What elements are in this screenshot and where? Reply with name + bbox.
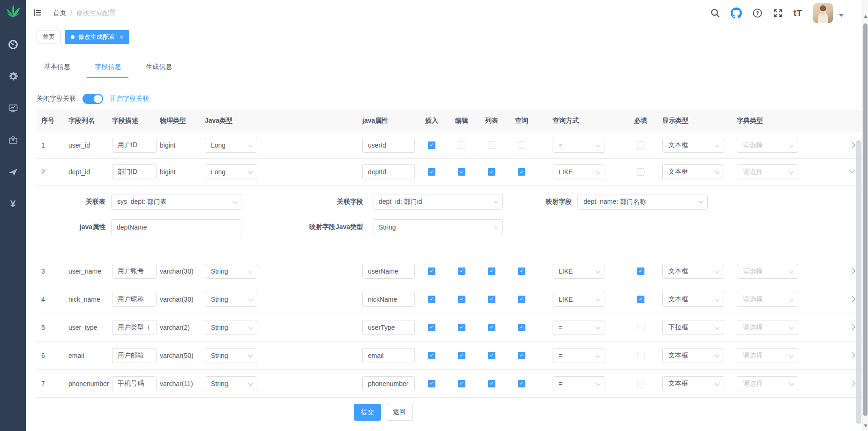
column-desc-input[interactable] xyxy=(112,376,157,391)
html-type-select[interactable]: 文本框 xyxy=(662,292,724,307)
tag-home[interactable]: 首页 xyxy=(37,30,61,44)
cb-query[interactable] xyxy=(518,168,525,176)
html-type-select[interactable]: 文本框 xyxy=(662,376,724,391)
sidebar-item-dashboard[interactable] xyxy=(0,29,26,60)
java-field-input[interactable] xyxy=(362,264,415,279)
row-expand-icon[interactable] xyxy=(849,352,855,358)
breadcrumb-home[interactable]: 首页 xyxy=(53,9,66,17)
query-type-select[interactable]: = xyxy=(553,138,605,153)
content-scrollbar-thumb[interactable] xyxy=(856,140,861,424)
java-type-select[interactable]: String xyxy=(205,264,257,279)
sidebar-collapse-button[interactable] xyxy=(33,8,42,19)
app-logo[interactable] xyxy=(0,0,26,23)
column-desc-input[interactable] xyxy=(112,348,157,363)
cb-list[interactable] xyxy=(488,352,495,359)
java-type-select[interactable]: Long xyxy=(205,138,257,153)
cb-edit[interactable] xyxy=(458,168,465,176)
user-menu-caret-icon[interactable] xyxy=(839,14,844,17)
html-type-select[interactable]: 文本框 xyxy=(662,264,724,279)
html-type-select[interactable]: 文本框 xyxy=(662,138,724,153)
dict-type-select[interactable]: 请选择 xyxy=(737,264,798,279)
sidebar-item-finance[interactable]: ¥ xyxy=(0,188,26,220)
cb-edit[interactable] xyxy=(458,268,465,275)
java-field-input[interactable] xyxy=(362,320,415,335)
mapping-field-select[interactable]: dept_name: 部门名称 xyxy=(577,194,708,210)
java-type-select[interactable]: String xyxy=(205,376,257,391)
cb-list[interactable] xyxy=(488,141,495,149)
relation-table-select[interactable]: sys_dept: 部门表 xyxy=(111,194,241,210)
dict-type-select[interactable]: 请选择 xyxy=(737,376,798,391)
cb-list[interactable] xyxy=(488,324,495,331)
row-expand-icon[interactable] xyxy=(849,380,855,386)
column-desc-input[interactable] xyxy=(112,138,157,153)
cb-required[interactable] xyxy=(637,352,644,359)
github-link[interactable] xyxy=(731,7,742,19)
cb-query[interactable] xyxy=(518,268,525,275)
cb-edit[interactable] xyxy=(458,380,465,387)
user-avatar[interactable] xyxy=(813,3,833,23)
row-expand-icon[interactable] xyxy=(849,268,855,274)
java-type-select[interactable]: Long xyxy=(205,164,257,179)
sidebar-item-settings[interactable] xyxy=(0,60,26,92)
dict-type-select[interactable]: 请选择 xyxy=(737,138,798,153)
cb-required[interactable] xyxy=(637,380,644,387)
column-desc-input[interactable] xyxy=(112,320,157,335)
cb-edit[interactable] xyxy=(458,324,465,331)
dict-type-select[interactable]: 请选择 xyxy=(737,164,798,179)
cb-list[interactable] xyxy=(488,268,495,275)
java-attr-input[interactable] xyxy=(111,219,241,235)
dict-type-select[interactable]: 请选择 xyxy=(737,292,798,307)
tag-current-page[interactable]: 修改生成配置 × xyxy=(65,30,129,44)
column-desc-input[interactable] xyxy=(112,264,157,279)
tab-basic-info[interactable]: 基本信息 xyxy=(37,56,78,78)
cb-insert[interactable] xyxy=(428,268,435,275)
back-button[interactable]: 返回 xyxy=(386,404,413,421)
fullscreen-button[interactable] xyxy=(773,8,783,18)
dict-type-select[interactable]: 请选择 xyxy=(737,348,798,363)
cb-edit[interactable] xyxy=(458,352,465,359)
query-type-select[interactable]: LIKE xyxy=(553,164,605,179)
cb-required[interactable] xyxy=(637,324,644,331)
cb-edit[interactable] xyxy=(458,141,465,149)
html-type-select[interactable]: 文本框 xyxy=(662,348,724,363)
query-type-select[interactable]: = xyxy=(553,348,605,363)
cb-insert[interactable] xyxy=(428,168,435,176)
query-type-select[interactable]: LIKE xyxy=(553,292,605,307)
cb-required[interactable] xyxy=(637,141,644,149)
cb-insert[interactable] xyxy=(428,324,435,331)
column-desc-input[interactable] xyxy=(112,164,157,179)
query-type-select[interactable]: = xyxy=(553,376,605,391)
row-expand-icon[interactable] xyxy=(849,324,855,330)
cb-query[interactable] xyxy=(518,141,525,149)
dict-type-select[interactable]: 请选择 xyxy=(737,320,798,335)
java-type-select[interactable]: String xyxy=(205,320,257,335)
java-field-input[interactable] xyxy=(362,376,415,391)
java-type-select[interactable]: String xyxy=(205,292,257,307)
cb-query[interactable] xyxy=(518,296,525,303)
font-size-button[interactable]: tT xyxy=(793,8,802,18)
cb-query[interactable] xyxy=(518,324,525,331)
cb-insert[interactable] xyxy=(428,380,435,387)
sidebar-item-tools[interactable] xyxy=(0,124,26,156)
sidebar-item-monitor[interactable] xyxy=(0,92,26,124)
cb-list[interactable] xyxy=(488,168,495,176)
java-field-input[interactable] xyxy=(362,138,415,153)
submit-button[interactable]: 提交 xyxy=(354,404,381,421)
cb-required[interactable] xyxy=(637,168,644,176)
relation-enabled-link[interactable]: 开启字段关联 xyxy=(110,95,149,103)
column-desc-input[interactable] xyxy=(112,292,157,307)
java-field-input[interactable] xyxy=(362,164,415,179)
row-expand-icon[interactable] xyxy=(849,296,855,302)
search-button[interactable] xyxy=(710,8,720,18)
cb-list[interactable] xyxy=(488,380,495,387)
html-type-select[interactable]: 下拉框 xyxy=(662,320,724,335)
sidebar-item-official-site[interactable] xyxy=(0,156,26,188)
tab-generate-info[interactable]: 生成信息 xyxy=(138,56,180,78)
row-expand-icon[interactable] xyxy=(849,142,855,148)
html-type-select[interactable]: 文本框 xyxy=(662,164,724,179)
cb-insert[interactable] xyxy=(428,141,435,149)
query-type-select[interactable]: LIKE xyxy=(553,264,605,279)
cb-edit[interactable] xyxy=(458,296,465,303)
cb-insert[interactable] xyxy=(428,296,435,303)
java-field-input[interactable] xyxy=(362,292,415,307)
